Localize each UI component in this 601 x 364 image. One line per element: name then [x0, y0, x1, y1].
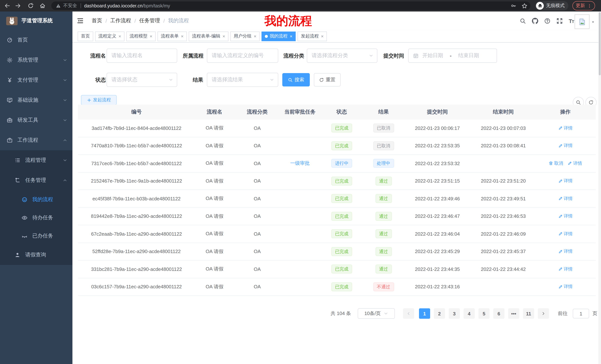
- tab-流程表单-编辑[interactable]: 流程表单-编辑×: [189, 31, 229, 41]
- edit-icon: [558, 267, 562, 271]
- page-button-5[interactable]: 5: [478, 308, 490, 319]
- 详情-action-button[interactable]: 详情: [558, 143, 573, 149]
- reset-button[interactable]: 重置: [314, 73, 341, 86]
- goto-page-input[interactable]: [573, 309, 589, 318]
- briefcase-icon: [7, 137, 13, 143]
- page-button-4[interactable]: 4: [464, 308, 475, 319]
- 详情-action-button[interactable]: 详情: [558, 125, 573, 131]
- scrollbar-thumb[interactable]: [599, 12, 601, 75]
- table-body: 3ad174fb-7b9d-11ec-8404-acde48001122OA 请…: [78, 119, 596, 296]
- sidebar-item-已办任务[interactable]: 已办任务: [0, 227, 72, 245]
- cell-submit-time: 2022-01-22 23:53:32: [403, 161, 472, 166]
- tab-用户分组[interactable]: 用户分组×: [230, 31, 260, 41]
- process-name-input[interactable]: 请输入流程名: [107, 49, 177, 63]
- 详情-action-button[interactable]: 详情: [558, 284, 573, 290]
- sidebar-item-请假查询[interactable]: 请假查询: [0, 245, 72, 265]
- page-button-2[interactable]: 2: [434, 308, 445, 319]
- sidebar-item-研发工具[interactable]: 研发工具: [0, 110, 72, 130]
- update-button[interactable]: 更新: [572, 1, 595, 10]
- 详情-action-button[interactable]: 详情: [568, 160, 582, 167]
- help-icon[interactable]: [544, 18, 551, 24]
- sidebar-item-任务管理[interactable]: 任务管理: [0, 170, 72, 190]
- bookmark-star-icon[interactable]: [521, 3, 527, 9]
- page-scrollbar[interactable]: [598, 11, 601, 364]
- page-button-11[interactable]: 11: [523, 308, 534, 319]
- status-placeholder: 请选择状态: [111, 77, 137, 83]
- breadcrumb-item[interactable]: 任务管理: [139, 18, 160, 24]
- font-size-icon[interactable]: TT: [569, 18, 574, 24]
- submit-time-range-picker[interactable]: 开始日期 - 结束日期: [408, 49, 497, 63]
- browser-home-icon[interactable]: [39, 3, 46, 9]
- key-icon[interactable]: [511, 3, 516, 9]
- create-process-button[interactable]: 发起流程: [81, 95, 117, 105]
- browser-forward-icon[interactable]: [15, 3, 21, 9]
- browser-menu-icon[interactable]: [587, 3, 592, 8]
- column-header-操作: 操作: [535, 109, 596, 115]
- prev-page-button[interactable]: [403, 308, 414, 319]
- breadcrumb-item[interactable]: 工作流程: [110, 18, 131, 24]
- tab-close-icon[interactable]: ×: [290, 34, 292, 39]
- sidebar-toggle-icon[interactable]: [77, 18, 84, 24]
- sidebar-item-系统管理[interactable]: 系统管理: [0, 50, 72, 70]
- cell-actions: 详情: [535, 178, 596, 184]
- status-select[interactable]: 请选择状态: [107, 73, 177, 87]
- avatar[interactable]: [575, 14, 590, 29]
- page-button-1[interactable]: 1: [419, 308, 430, 319]
- sidebar-item-label: 待办任务: [32, 214, 53, 221]
- sidebar-item-基础设施[interactable]: 基础设施: [0, 90, 72, 110]
- result-select[interactable]: 请选择流结果: [207, 73, 278, 87]
- 取消-action-button[interactable]: 取消: [549, 160, 563, 167]
- page-button-6[interactable]: 6: [493, 308, 504, 319]
- sidebar: 芋道管理系统 首页系统管理支付管理基础设施研发工具工作流程流程管理任务管理我的流…: [0, 11, 72, 364]
- tab-close-icon[interactable]: ×: [181, 34, 183, 39]
- current-task-link[interactable]: 一级审批: [290, 161, 310, 166]
- sidebar-item-label: 任务管理: [25, 177, 46, 184]
- tab-close-icon[interactable]: ×: [222, 34, 225, 39]
- 详情-action-button[interactable]: 详情: [558, 196, 573, 202]
- edit-icon: [558, 179, 562, 183]
- header-search-icon[interactable]: [520, 18, 526, 24]
- 详情-action-button[interactable]: 详情: [558, 249, 573, 255]
- browser-back-icon[interactable]: [4, 3, 10, 9]
- tab-close-icon[interactable]: ×: [119, 34, 121, 39]
- tab-close-icon[interactable]: ×: [254, 34, 256, 39]
- github-icon[interactable]: [532, 18, 538, 24]
- sidebar-item-我的流程[interactable]: 我的流程: [0, 190, 72, 209]
- sidebar-item-首页[interactable]: 首页: [0, 30, 72, 50]
- 详情-action-button[interactable]: 详情: [558, 231, 573, 237]
- process-name-placeholder: 请输入流程名: [111, 52, 143, 59]
- sidebar-item-流程管理[interactable]: 流程管理: [0, 150, 72, 170]
- browser-reload-icon[interactable]: [28, 3, 34, 9]
- tab-我的流程[interactable]: 我的流程×: [261, 31, 296, 41]
- tab-首页[interactable]: 首页: [78, 31, 93, 41]
- page-size-select[interactable]: 10条/页: [358, 308, 395, 319]
- 详情-action-button[interactable]: 详情: [558, 266, 573, 272]
- category-select[interactable]: 请选择流程分类: [307, 49, 377, 63]
- next-page-button[interactable]: [538, 308, 549, 319]
- 详情-action-button[interactable]: 详情: [558, 213, 573, 220]
- tab-流程模型[interactable]: 流程模型×: [126, 31, 156, 41]
- process-key-input[interactable]: 请输入流程定义的编号: [207, 49, 278, 63]
- sidebar-item-label: 流程管理: [25, 157, 46, 164]
- status-badge: 已完成: [331, 177, 352, 185]
- page-button-3[interactable]: 3: [449, 308, 460, 319]
- breadcrumb-item[interactable]: 首页: [92, 18, 102, 24]
- 详情-action-button[interactable]: 详情: [558, 178, 573, 184]
- app-logo: [6, 17, 18, 25]
- fullscreen-icon[interactable]: [556, 18, 563, 24]
- avatar-caret-icon[interactable]: [591, 20, 595, 24]
- app-logo-row[interactable]: 芋道管理系统: [0, 11, 72, 30]
- not-secure-icon[interactable]: [56, 3, 61, 8]
- tab-流程表单[interactable]: 流程表单×: [158, 31, 187, 41]
- create-process-label: 发起流程: [93, 97, 111, 103]
- sidebar-item-支付管理[interactable]: 支付管理: [0, 70, 72, 90]
- search-button[interactable]: 搜索: [282, 73, 310, 86]
- sidebar-item-工作流程[interactable]: 工作流程: [0, 130, 72, 150]
- tab-发起流程[interactable]: 发起流程×: [298, 31, 327, 41]
- sidebar-item-待办任务[interactable]: 待办任务: [0, 209, 72, 227]
- tab-close-icon[interactable]: ×: [150, 34, 152, 39]
- tab-close-icon[interactable]: ×: [321, 34, 323, 39]
- page-ellipsis[interactable]: •••: [508, 308, 519, 319]
- url-bar[interactable]: 不安全 dashboard.yudao.iocoder.cn/bpm/task/…: [51, 1, 531, 10]
- tab-流程定义[interactable]: 流程定义×: [95, 31, 124, 41]
